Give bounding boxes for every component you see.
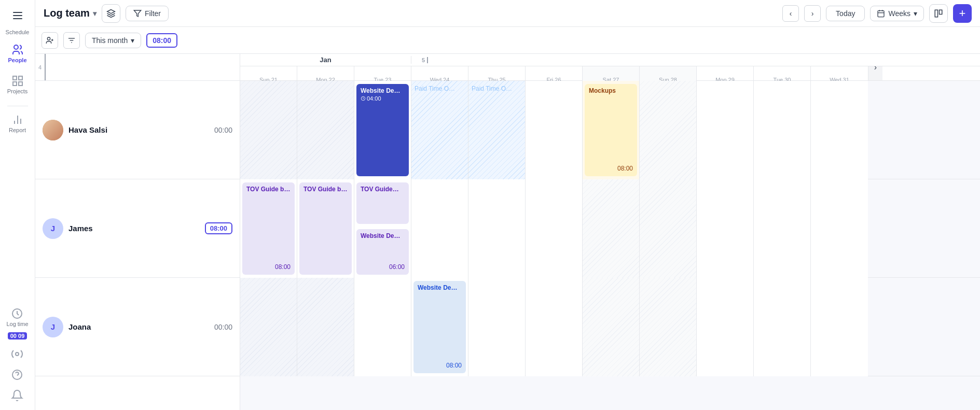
month-button[interactable]: This month ▾ bbox=[85, 33, 141, 48]
cell-joana-sat27[interactable] bbox=[583, 278, 640, 376]
cell-joana-fri26[interactable] bbox=[526, 278, 583, 376]
sidebar-help[interactable] bbox=[6, 365, 28, 384]
avatar-james-initial: J bbox=[51, 224, 55, 233]
log-time-badge: 00 09 bbox=[8, 332, 27, 340]
event-hava-mockups[interactable]: Mockups 08:00 bbox=[585, 84, 637, 176]
add-button[interactable]: + bbox=[953, 4, 972, 23]
right-grid-cells: Website De… 04:00 Paid Time O… Pai bbox=[240, 81, 980, 410]
layers-icon bbox=[106, 9, 116, 18]
cell-joana-sun21[interactable] bbox=[240, 278, 297, 376]
cell-james-tue30[interactable] bbox=[754, 179, 811, 278]
event-joana-website[interactable]: Website De… 08:00 bbox=[413, 281, 466, 373]
svg-point-0 bbox=[14, 45, 18, 49]
cell-james-thu25[interactable] bbox=[468, 179, 526, 278]
cell-hava-mon22[interactable] bbox=[297, 81, 354, 179]
jan-label: Jan bbox=[320, 56, 331, 64]
page-title: Log team ▾ bbox=[44, 7, 96, 19]
website-title-tue23: Website De… bbox=[361, 232, 405, 239]
cell-hava-sat27[interactable]: Mockups 08:00 bbox=[583, 81, 640, 179]
calendar-icon bbox=[877, 9, 885, 18]
person-row-hava: Hava Salsi 00:00 bbox=[35, 81, 240, 179]
layout-button[interactable] bbox=[929, 4, 948, 23]
cell-hava-wed24[interactable]: Paid Time O… bbox=[411, 81, 468, 179]
cell-hava-thu25[interactable]: Paid Time O… bbox=[468, 81, 526, 179]
mockups-time: 08:00 bbox=[617, 165, 633, 172]
person-row-joana: J Joana 00:00 bbox=[35, 278, 240, 376]
cell-james-mon29[interactable] bbox=[697, 179, 754, 278]
mockups-title: Mockups bbox=[589, 87, 633, 94]
joana-website-time: 08:00 bbox=[446, 362, 462, 369]
tov-title-tue23: TOV Guide… bbox=[361, 186, 405, 193]
cell-joana-tue30[interactable] bbox=[754, 278, 811, 376]
james-hours-badge: 08:00 bbox=[205, 222, 232, 234]
event-james-tov-tue23[interactable]: TOV Guide… bbox=[356, 182, 409, 224]
cell-hava-tue30[interactable] bbox=[754, 81, 811, 179]
cell-hava-tue23[interactable]: Website De… 04:00 bbox=[354, 81, 411, 179]
website-time-tue23: 06:00 bbox=[389, 263, 405, 271]
cell-joana-tue23[interactable] bbox=[354, 278, 411, 376]
svg-rect-3 bbox=[13, 82, 17, 86]
cell-james-sat27[interactable] bbox=[583, 179, 640, 278]
cell-joana-sun28[interactable] bbox=[640, 278, 697, 376]
cell-joana-mon22[interactable] bbox=[297, 278, 354, 376]
cell-james-tue23[interactable]: TOV Guide… Website De… 06:00 bbox=[354, 179, 411, 278]
sidebar-item-projects[interactable]: Projects bbox=[0, 72, 35, 102]
cell-james-mon22[interactable]: TOV Guide b… bbox=[297, 179, 354, 278]
cell-joana-wed31[interactable] bbox=[811, 278, 868, 376]
svg-rect-4 bbox=[19, 82, 22, 86]
today-button[interactable]: Today bbox=[826, 6, 865, 21]
time-icon bbox=[361, 96, 366, 101]
layers-button[interactable] bbox=[102, 4, 120, 23]
event-james-tov-sun21[interactable]: TOV Guide b… 08:00 bbox=[242, 182, 295, 275]
add-member-button[interactable] bbox=[42, 32, 58, 49]
bell-icon bbox=[11, 389, 23, 402]
total-time-badge: 08:00 bbox=[146, 33, 177, 48]
grid-outer: 4 Jan 5 bbox=[35, 54, 980, 410]
sidebar-item-report[interactable]: Report bbox=[0, 110, 35, 140]
week4-label: 4 bbox=[38, 64, 42, 70]
filter-button[interactable]: Filter bbox=[126, 6, 169, 21]
cell-row-joana: Website De… 08:00 bbox=[240, 278, 980, 376]
cell-hava-fri26[interactable] bbox=[526, 81, 583, 179]
person-list: Hava Salsi 00:00 J James 08:00 J Joana bbox=[35, 81, 240, 410]
cell-james-wed31[interactable] bbox=[811, 179, 868, 278]
grid-header-row: 4 Jan 5 bbox=[35, 54, 980, 81]
week5-marker-label: 5 bbox=[422, 56, 430, 64]
sidebar-item-people[interactable]: People bbox=[0, 40, 35, 70]
person-name-joana: Joana bbox=[68, 322, 209, 331]
cell-james-fri26[interactable] bbox=[526, 179, 583, 278]
event-hava-website[interactable]: Website De… 04:00 bbox=[356, 84, 409, 176]
cell-joana-thu25[interactable] bbox=[468, 278, 526, 376]
cell-james-sun21[interactable]: TOV Guide b… 08:00 bbox=[240, 179, 297, 278]
sidebar-settings[interactable] bbox=[6, 345, 28, 363]
cell-hava-sun28[interactable] bbox=[640, 81, 697, 179]
event-james-tov-mon22[interactable]: TOV Guide b… bbox=[299, 182, 352, 275]
sidebar-log-time[interactable]: Log time 00 09 bbox=[6, 304, 28, 343]
avatar-joana: J bbox=[43, 317, 63, 337]
cell-joana-mon29[interactable] bbox=[697, 278, 754, 376]
cell-hava-sun21[interactable] bbox=[240, 81, 297, 179]
people-label: People bbox=[8, 57, 26, 63]
hamburger-button[interactable] bbox=[7, 5, 28, 26]
cell-hava-wed31[interactable] bbox=[811, 81, 868, 179]
joana-website-title: Website De… bbox=[418, 284, 462, 291]
cell-james-wed24[interactable] bbox=[411, 179, 468, 278]
cell-row-james: TOV Guide b… 08:00 TOV Guide b… TOV Guid bbox=[240, 179, 980, 278]
cell-hava-mon29[interactable] bbox=[697, 81, 754, 179]
log-time-label: Log time bbox=[6, 321, 28, 327]
avatar-joana-initial: J bbox=[51, 322, 55, 331]
prev-button[interactable]: ‹ bbox=[782, 5, 799, 22]
sidebar-notifications[interactable] bbox=[6, 386, 28, 405]
event-james-website-tue23[interactable]: Website De… 06:00 bbox=[356, 229, 409, 275]
people-icon bbox=[11, 44, 24, 56]
cell-james-sun28[interactable] bbox=[640, 179, 697, 278]
projects-icon bbox=[11, 75, 24, 87]
tov-title-sun21: TOV Guide b… bbox=[246, 186, 291, 193]
cell-joana-wed24[interactable]: Website De… 08:00 bbox=[411, 278, 468, 376]
sort-button[interactable] bbox=[63, 32, 80, 49]
cell-row-hava: Website De… 04:00 Paid Time O… Pai bbox=[240, 81, 980, 179]
event-time: 04:00 bbox=[361, 95, 405, 102]
weeks-button[interactable]: Weeks ▾ bbox=[870, 6, 924, 21]
next-button[interactable]: › bbox=[804, 5, 821, 22]
svg-rect-2 bbox=[19, 76, 22, 80]
